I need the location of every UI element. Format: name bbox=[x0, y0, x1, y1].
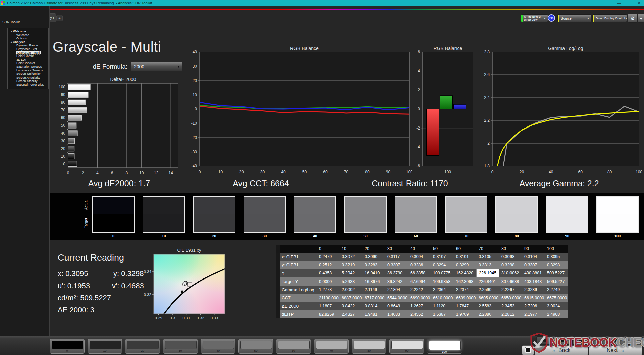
table-row: CCT21190.00006887.00006717.00006544.0000… bbox=[276, 294, 568, 302]
chevron-down-icon: ▼ bbox=[177, 65, 180, 68]
transport-button[interactable] bbox=[572, 336, 589, 345]
table-cell: 5.2942 bbox=[339, 269, 362, 277]
sidebar-header: SDR Toolkit bbox=[2, 20, 20, 24]
table-cell: 2.1804 bbox=[385, 286, 408, 294]
close-button[interactable]: × bbox=[634, 0, 644, 6]
sidebar-item-label: Color Gamut bbox=[16, 54, 34, 58]
svg-text:6: 6 bbox=[111, 171, 113, 175]
column-header-20: 20 bbox=[362, 245, 385, 253]
svg-text:0.32: 0.32 bbox=[197, 316, 204, 320]
level-patch-60[interactable]: 60 bbox=[276, 339, 311, 354]
display-status-icon bbox=[593, 15, 594, 22]
table-cell: 6690.0000 bbox=[408, 294, 431, 302]
add-tab-button[interactable]: + bbox=[56, 15, 63, 21]
sidebar-item-luminance-sweeps[interactable]: Luminance Sweeps bbox=[8, 69, 48, 72]
sidebar-item-spectral-power-dist[interactable]: Spectral Power Dist. bbox=[8, 83, 48, 87]
de-formula-select[interactable]: 2000 ▼ bbox=[131, 62, 182, 71]
actual-swatch-color bbox=[143, 197, 184, 214]
reading-v-prime: v': 0.4683 bbox=[112, 282, 144, 290]
sidebar-item-label: ColorChecker bbox=[16, 61, 35, 65]
patch-swatch bbox=[429, 341, 461, 350]
divider bbox=[49, 6, 50, 336]
level-patch-30[interactable]: 30 bbox=[163, 339, 198, 354]
sidebar-item-saturation-sweeps[interactable]: Saturation Sweeps bbox=[8, 65, 48, 69]
sidebar-item-colorchecker[interactable]: ColorChecker bbox=[8, 61, 48, 65]
level-patch-20[interactable]: 20 bbox=[125, 339, 160, 354]
transport-button[interactable] bbox=[590, 336, 607, 345]
svg-text:20: 20 bbox=[61, 146, 66, 151]
sidebar-item-dynamic-range[interactable]: Dynamic Range bbox=[8, 44, 48, 47]
actual-swatch-color bbox=[547, 197, 588, 214]
row-label: CCT bbox=[280, 294, 317, 302]
sidebar-item-welcome[interactable]: Welcome bbox=[8, 33, 48, 37]
table-header-row: 0102030405060708090100 bbox=[276, 245, 568, 253]
transport-button[interactable] bbox=[536, 336, 553, 345]
settings-button[interactable]: ⚙ bbox=[628, 14, 638, 23]
expander-icon[interactable]: ◢ bbox=[10, 41, 12, 43]
table-gutter bbox=[276, 245, 280, 253]
back-button[interactable]: « Back bbox=[535, 345, 588, 355]
level-patch-80[interactable]: 80 bbox=[352, 339, 386, 354]
sidebar-item-welcome[interactable]: ◢Welcome bbox=[8, 30, 48, 33]
sidebar-item-grayscale-2pt[interactable]: Grayscale - 2pt bbox=[8, 47, 48, 51]
transport-button[interactable] bbox=[608, 336, 625, 345]
table-cell: 5.2633 bbox=[339, 277, 362, 286]
deltae-chart: 024681012140102030405060708090100 bbox=[55, 76, 180, 175]
patch-swatch bbox=[52, 341, 83, 349]
sidebar-item-grayscale-multi[interactable]: Grayscale - Multi bbox=[8, 51, 48, 55]
sidebar-item-analysis[interactable]: ◢Analysis bbox=[8, 40, 48, 44]
svg-text:0: 0 bbox=[199, 170, 201, 173]
level-patch-10[interactable]: 10 bbox=[88, 339, 122, 354]
table-cell: 6658.0000 bbox=[499, 294, 522, 302]
source-select-button[interactable]: Source ▼ bbox=[557, 14, 591, 22]
next-button[interactable]: Next » bbox=[589, 345, 642, 355]
table-cell: 6887.0000 bbox=[339, 294, 362, 302]
svg-text:20: 20 bbox=[520, 170, 524, 173]
display-control-select-button[interactable]: Direct Display Control ▼ bbox=[592, 14, 627, 22]
level-patch-90[interactable]: 90 bbox=[389, 339, 424, 354]
expander-icon[interactable]: ◢ bbox=[10, 30, 12, 32]
meter-select-button[interactable]: X-Rite i1Pro 2 Direct View ▼ bbox=[521, 14, 548, 22]
level-patch-40[interactable]: 40 bbox=[201, 339, 235, 354]
table-cell: 0.3105 bbox=[476, 253, 499, 261]
svg-text:40: 40 bbox=[193, 50, 197, 54]
collapse-panel-button[interactable]: ◀ bbox=[638, 14, 644, 23]
svg-text:2.4: 2.4 bbox=[484, 95, 490, 100]
sidebar-item-3d-lut[interactable]: 3D LUT bbox=[8, 58, 48, 62]
level-patch-70[interactable]: 70 bbox=[314, 339, 349, 354]
level-patch-50[interactable]: 50 bbox=[238, 339, 273, 354]
table-cell: 6717.0000 bbox=[362, 294, 385, 302]
table-cell: 307.6638 bbox=[499, 277, 522, 286]
table-cell: 6544.0000 bbox=[385, 294, 408, 302]
minimize-button[interactable]: — bbox=[614, 0, 624, 6]
sidebar-item-screen-stability[interactable]: Screen Stability bbox=[8, 79, 48, 83]
table-cell: 36.3790 bbox=[385, 269, 408, 277]
target-swatch-color bbox=[93, 214, 134, 232]
grayscale-swatch-70 bbox=[445, 196, 487, 233]
transport-button[interactable] bbox=[626, 336, 643, 345]
avg-de2000-readout: Avg dE2000: 1.7 bbox=[55, 179, 183, 188]
sidebar-item-color-gamut[interactable]: Color Gamut bbox=[8, 54, 48, 58]
table-gutter bbox=[276, 286, 280, 294]
patch-label: 40 bbox=[201, 349, 235, 352]
svg-text:0: 0 bbox=[63, 162, 65, 166]
sidebar-item-screen-uniformity[interactable]: Screen Uniformity bbox=[8, 72, 48, 76]
swatch-label: 80 bbox=[495, 234, 538, 238]
maximize-button[interactable]: □ bbox=[624, 0, 634, 6]
sidebar-item-label: Screen Stability bbox=[16, 79, 38, 83]
svg-text:0.3: 0.3 bbox=[170, 316, 175, 320]
sidebar-item-options[interactable]: Options bbox=[8, 37, 48, 40]
meter-name: X-Rite i1Pro 2 bbox=[524, 15, 541, 18]
level-patch-0[interactable]: 0 bbox=[50, 339, 85, 354]
transport-button[interactable] bbox=[554, 336, 571, 345]
table-cell: 0.3299 bbox=[453, 261, 476, 269]
sidebar-item-screen-angularity[interactable]: Screen Angularity bbox=[8, 76, 48, 80]
stop-button[interactable] bbox=[522, 345, 534, 355]
table-cell: 403.1843 bbox=[522, 277, 545, 286]
table-cell: 1.5387 bbox=[431, 310, 453, 319]
table-cell: 0.3283 bbox=[362, 261, 385, 269]
table-cell: 82.8259 bbox=[317, 310, 339, 319]
table-cell: 2.2374 bbox=[453, 286, 476, 294]
target-swatch-color bbox=[294, 214, 335, 232]
level-patch-100[interactable]: 100 bbox=[427, 339, 462, 354]
